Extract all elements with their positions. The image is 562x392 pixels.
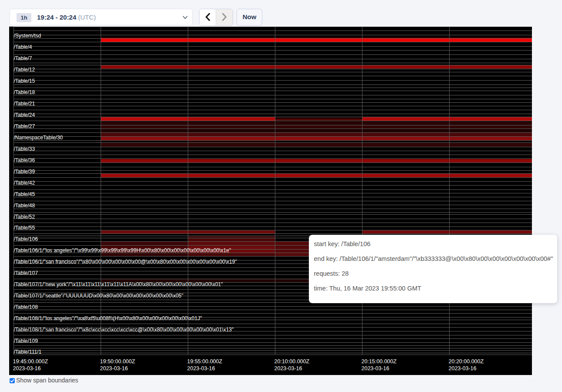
svg-text:/Table/107/1/"seattle"/"UUUUUU: /Table/107/1/"seattle"/"UUUUUUD\x00\x80\… — [14, 293, 183, 299]
svg-text:/Table/108: /Table/108 — [14, 304, 38, 310]
svg-text:/Table/107/1/"new york"/"\x11\: /Table/107/1/"new york"/"\x11\x11\x11\x1… — [14, 281, 223, 287]
svg-text:/Table/24: /Table/24 — [14, 112, 35, 118]
svg-text:19:45:00.000Z: 19:45:00.000Z — [13, 358, 48, 365]
svg-text:/Table/12: /Table/12 — [14, 67, 35, 73]
svg-text:/Table/108/1/"los angeles"/"\x: /Table/108/1/"los angeles"/"\xa8\xf5\u00… — [14, 315, 202, 321]
svg-text:/Table/33: /Table/33 — [14, 146, 35, 152]
svg-text:2023-03-16: 2023-03-16 — [100, 365, 128, 372]
svg-text:/Table/15: /Table/15 — [14, 78, 35, 84]
svg-text:/Table/111/1: /Table/111/1 — [14, 349, 42, 355]
svg-text:20:20:00.000Z: 20:20:00.000Z — [449, 358, 484, 365]
svg-text:/Table/106/1/"san francisco"/": /Table/106/1/"san francisco"/"\x80\x00\x… — [14, 259, 237, 265]
svg-text:19:55:00.000Z: 19:55:00.000Z — [187, 358, 223, 365]
svg-text:/Table/106/1/"los angeles"/"\x: /Table/106/1/"los angeles"/"\x99\x99\x99… — [14, 247, 231, 253]
svg-text:20:15:00.000Z: 20:15:00.000Z — [362, 358, 397, 365]
svg-text:/NamespaceTable/30: /NamespaceTable/30 — [14, 135, 63, 141]
svg-text:/Table/109: /Table/109 — [14, 338, 38, 344]
svg-text:/Table/36: /Table/36 — [14, 157, 35, 163]
svg-text:/Table/4: /Table/4 — [14, 44, 32, 50]
svg-text:/Table/107: /Table/107 — [14, 270, 38, 276]
svg-text:/Table/42: /Table/42 — [14, 180, 35, 186]
svg-text:19:50:00.000Z: 19:50:00.000Z — [100, 358, 135, 365]
svg-text:/Table/27: /Table/27 — [14, 123, 35, 129]
svg-text:/Table/108/1/"san francisco"/": /Table/108/1/"san francisco"/"\x8c\xcc\x… — [14, 327, 234, 333]
svg-text:/Table/106: /Table/106 — [14, 236, 38, 242]
svg-text:2023-03-16: 2023-03-16 — [187, 365, 215, 372]
svg-text:/Table/55: /Table/55 — [14, 225, 35, 231]
svg-text:/Table/45: /Table/45 — [14, 191, 35, 197]
svg-text:/Table/18: /Table/18 — [14, 89, 35, 95]
svg-text:/Table/39: /Table/39 — [14, 169, 35, 175]
svg-text:2023-03-16: 2023-03-16 — [362, 365, 389, 372]
svg-text:20:10:00.000Z: 20:10:00.000Z — [274, 358, 310, 365]
svg-text:/Table/7: /Table/7 — [14, 55, 32, 61]
svg-text:/Table/52: /Table/52 — [14, 214, 35, 220]
svg-text:/Table/48: /Table/48 — [14, 203, 35, 209]
svg-text:/System/tsd: /System/tsd — [14, 33, 41, 39]
svg-text:2023-03-16: 2023-03-16 — [274, 365, 302, 372]
svg-text:2023-03-16: 2023-03-16 — [13, 365, 41, 372]
svg-text:/Table/21: /Table/21 — [14, 101, 35, 107]
svg-text:2023-03-16: 2023-03-16 — [449, 365, 477, 372]
